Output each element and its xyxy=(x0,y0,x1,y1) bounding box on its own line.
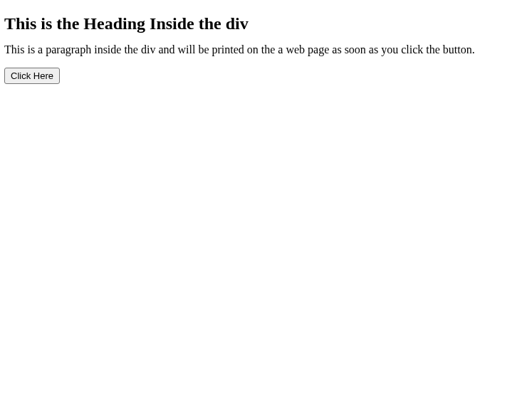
page-paragraph: This is a paragraph inside the div and w… xyxy=(4,43,528,56)
content-div: This is the Heading Inside the div This … xyxy=(4,14,528,56)
click-here-button[interactable]: Click Here xyxy=(4,68,60,84)
page-heading: This is the Heading Inside the div xyxy=(4,14,528,33)
